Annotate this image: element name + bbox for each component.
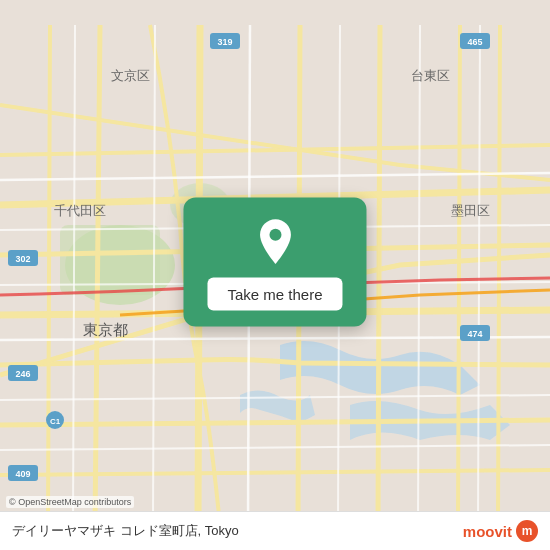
map-copyright: © OpenStreetMap contributors <box>6 496 134 508</box>
svg-text:319: 319 <box>217 37 232 47</box>
svg-point-23 <box>269 229 281 241</box>
moovit-icon: m <box>516 520 538 542</box>
svg-text:台東区: 台東区 <box>411 68 450 83</box>
svg-text:C1: C1 <box>50 417 61 426</box>
svg-text:千代田区: 千代田区 <box>54 203 106 218</box>
moovit-logo: moovit m <box>463 520 538 542</box>
svg-text:474: 474 <box>467 329 482 339</box>
svg-text:302: 302 <box>15 254 30 264</box>
svg-text:文京区: 文京区 <box>111 68 150 83</box>
svg-text:409: 409 <box>15 469 30 479</box>
bottom-bar: デイリーヤマザキ コレド室町店, Tokyo moovit m <box>0 511 550 550</box>
moovit-text: moovit <box>463 523 512 540</box>
svg-text:465: 465 <box>467 37 482 47</box>
svg-text:東京都: 東京都 <box>83 321 128 338</box>
location-pin-icon <box>251 218 299 266</box>
svg-text:246: 246 <box>15 369 30 379</box>
svg-text:墨田区: 墨田区 <box>451 203 490 218</box>
popup-card: Take me there <box>183 198 366 327</box>
map-container: 319 465 302 246 409 C1 474 文京区 台東区 千代田区 … <box>0 0 550 550</box>
place-name: デイリーヤマザキ コレド室町店, Tokyo <box>12 522 239 540</box>
take-me-there-button[interactable]: Take me there <box>207 278 342 311</box>
